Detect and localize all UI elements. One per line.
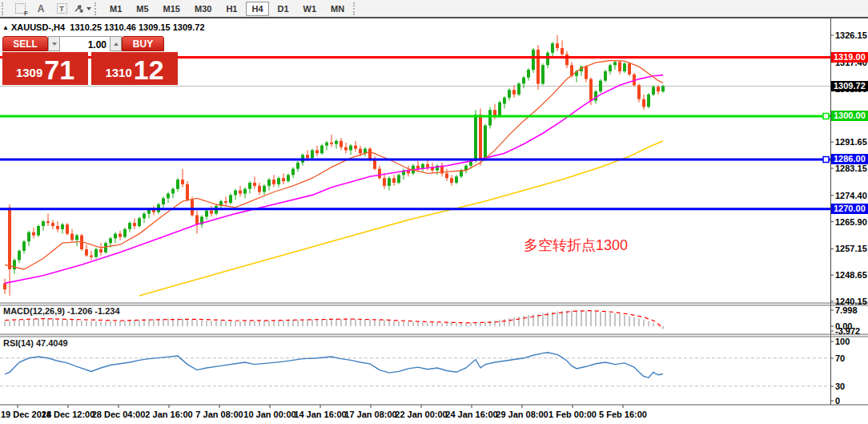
candle-body <box>383 178 386 186</box>
candle-body <box>503 98 506 104</box>
macd-axis-label: -3.972 <box>835 326 860 336</box>
pivot-line-1300-handle[interactable] <box>823 113 829 119</box>
timeframe-m15[interactable]: M15 <box>158 2 186 16</box>
toolbar-grip[interactable] <box>353 2 358 15</box>
candle-body <box>354 146 357 149</box>
candle-body <box>13 260 16 270</box>
candle-body <box>532 50 535 70</box>
candle-body <box>8 208 11 269</box>
arrows-tool-icon[interactable] <box>74 2 91 16</box>
candle-body <box>22 241 26 251</box>
timeframe-d1[interactable]: D1 <box>272 2 295 16</box>
rsi-indicator-label: RSI(14) 47.4049 <box>3 338 68 348</box>
arrows-glyph <box>74 3 84 14</box>
candle-body <box>565 55 569 66</box>
timeframe-w1[interactable]: W1 <box>298 2 323 16</box>
candle-body <box>335 141 338 144</box>
candle-body <box>589 79 593 101</box>
time-axis-label: 24 Dec 12:00 <box>42 410 95 419</box>
candle-body <box>277 178 280 184</box>
candle-body <box>599 81 602 92</box>
candle-body <box>479 115 482 160</box>
toolbar-grip[interactable] <box>94 2 99 15</box>
volume-field-wrap <box>60 36 110 51</box>
candle-body <box>18 251 21 260</box>
candle-body <box>75 236 78 240</box>
buy-button[interactable]: BUY <box>122 36 164 51</box>
candle-body <box>325 143 328 146</box>
candle-body <box>176 180 179 189</box>
sell-price-display[interactable]: 1309 71 <box>2 52 88 85</box>
candle-body <box>315 150 319 153</box>
rsi-axis-label: 100 <box>835 337 850 346</box>
toolbar-grip[interactable] <box>2 2 6 15</box>
timeframe-m30[interactable]: M30 <box>189 2 217 16</box>
symbol-triangle-icon: ▲ <box>2 24 9 31</box>
candle-body <box>378 169 381 179</box>
candle-body <box>3 283 6 289</box>
candle-body <box>546 53 549 65</box>
time-axis-label: 10 Jan 00:00 <box>243 410 295 419</box>
candle-body <box>652 87 655 95</box>
timeframe-bar: M1M5M15M30H1H4D1W1MN <box>102 2 352 16</box>
time-axis-label: 17 Jan 08:00 <box>344 410 396 419</box>
time-axis-label: 14 Jan 16:00 <box>294 410 346 419</box>
candle-body <box>27 232 30 242</box>
candle-body <box>181 180 184 184</box>
candle-body <box>450 178 453 183</box>
candle-body <box>94 249 98 257</box>
time-axis-label: 1 Feb 00:00 <box>549 410 597 419</box>
buy-price-display[interactable]: 1310 12 <box>91 52 178 85</box>
price-badge-1270.00: 1270.00 <box>831 204 868 214</box>
sell-button[interactable]: SELL <box>2 36 48 51</box>
timeframe-h1[interactable]: H1 <box>220 2 243 16</box>
candle-body <box>306 155 309 158</box>
price-badge-1319.00: 1319.00 <box>831 52 868 63</box>
time-axis-label: 2 Jan 16:00 <box>145 410 192 419</box>
support-line-1286-handle[interactable] <box>823 156 829 162</box>
time-axis-label: 29 Jan 08:00 <box>496 410 548 419</box>
up-arrow-icon <box>114 42 119 46</box>
candle-body <box>541 65 545 83</box>
candle-body <box>291 169 295 176</box>
candle-body <box>527 70 530 78</box>
candle-body <box>609 65 612 71</box>
timeframe-mn[interactable]: MN <box>325 2 350 16</box>
timeframe-h4[interactable]: H4 <box>246 2 268 16</box>
candle-body <box>320 146 323 154</box>
label-tool-icon[interactable]: T <box>53 2 70 16</box>
candle-body <box>191 200 194 215</box>
candle-body <box>330 143 333 144</box>
candle-body <box>373 160 376 169</box>
down-arrow-icon <box>52 42 57 46</box>
candle-body <box>359 149 362 154</box>
candle-body <box>239 191 242 194</box>
candle-body <box>426 164 429 168</box>
timeframe-m1[interactable]: M1 <box>104 2 127 16</box>
candle-body <box>556 43 559 48</box>
volume-increase-button[interactable] <box>110 36 122 51</box>
text-tool-icon[interactable]: A <box>32 2 50 16</box>
candle-body <box>61 224 64 229</box>
candle-body <box>416 166 420 169</box>
candle-body <box>229 195 232 203</box>
candle-body <box>90 256 93 257</box>
candle-body <box>167 194 170 199</box>
fibonacci-tool-icon[interactable]: F <box>11 2 29 16</box>
candle-body <box>488 110 492 125</box>
chart-stage: F A T M1M5M15M30H1H4D1W1MN ▲XAUUSD-,H4 1… <box>0 0 868 424</box>
candle-body <box>388 178 391 186</box>
volume-decrease-button[interactable] <box>48 36 60 51</box>
candle-body <box>282 178 285 181</box>
time-axis-label: 5 Feb 16:00 <box>599 410 647 419</box>
candle-body <box>585 67 588 79</box>
symbol-label: XAUUSD-,H4 <box>11 22 65 32</box>
chart-title: ▲XAUUSD-,H4 1310.25 1310.46 1309.15 1309… <box>2 22 205 32</box>
candle-body <box>66 224 69 234</box>
timeframe-m5[interactable]: M5 <box>131 2 154 16</box>
candle-body <box>637 85 641 99</box>
volume-input[interactable] <box>60 38 110 52</box>
chart-text-annotation[interactable]: 多空转折点1300 <box>524 236 628 255</box>
price-badge-1286.00: 1286.00 <box>831 154 868 164</box>
candle-body <box>287 175 290 181</box>
